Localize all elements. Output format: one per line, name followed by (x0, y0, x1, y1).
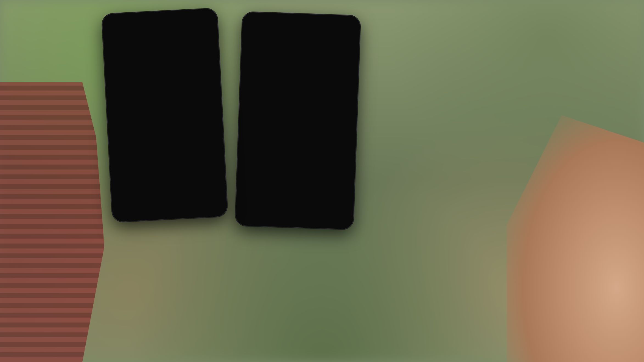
left-status-bar: ▲ 80% 13:59 (108, 14, 215, 17)
phone-right: ◄ ▲ 91% 12:59 (235, 12, 361, 230)
phone-left: ▲ 80% 13:59 Thursday, Aug 9 ▶ Micros (102, 8, 228, 222)
left-phone-notch (148, 13, 176, 17)
signal-icon: ▲ (200, 16, 202, 17)
svg-marker-5 (104, 15, 163, 17)
right-nav-bar: ↗ □ ← (245, 15, 361, 17)
battery-text: 80% (203, 16, 208, 17)
time-left: 13:59 (209, 16, 215, 17)
right-phone-notch (290, 17, 318, 19)
svg-marker-6 (159, 11, 219, 17)
status-right-area: ▲ 80% 13:59 (200, 16, 215, 17)
scene: ◄ ▲ 91% 12:59 (0, 0, 644, 362)
